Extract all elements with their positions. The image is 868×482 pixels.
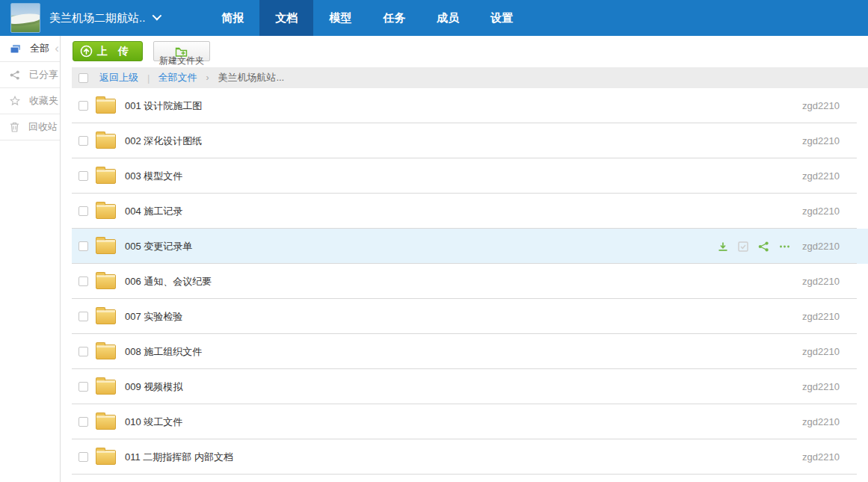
folder-name[interactable]: 005 变更记录单	[125, 240, 192, 253]
sidebar-item-label: 已分享	[29, 68, 58, 81]
row-checkbox[interactable]	[79, 136, 88, 146]
new-folder-button[interactable]: 新建文件夹	[153, 41, 210, 61]
breadcrumb-current: 美兰机场航站...	[218, 71, 284, 84]
folder-name[interactable]: 008 施工组织文件	[125, 345, 202, 359]
folder-icon	[96, 274, 116, 289]
folder-name[interactable]: 003 模型文件	[125, 170, 182, 183]
row-checkbox[interactable]	[79, 417, 88, 427]
share-icon	[10, 70, 25, 80]
all-files-link[interactable]: 全部文件	[158, 71, 197, 84]
folder-name[interactable]: 001 设计院施工图	[125, 99, 202, 113]
sidebar-item-label: 全部	[30, 42, 49, 55]
share-icon[interactable]	[758, 241, 769, 252]
project-switcher[interactable]: 美兰机场二期航站..	[49, 0, 159, 36]
row-checkbox[interactable]	[79, 382, 88, 392]
row-checkbox[interactable]	[79, 171, 88, 181]
row-checkbox[interactable]	[79, 452, 88, 462]
row-checkbox[interactable]	[79, 241, 88, 251]
file-row[interactable]: 003 模型文件 zgd2210	[72, 158, 868, 194]
toolbar: 上 传 新建文件夹	[61, 36, 868, 67]
tab-members[interactable]: 成员	[421, 0, 475, 36]
back-to-parent-link[interactable]: 返回上级	[99, 71, 138, 84]
project-logo	[10, 3, 40, 33]
file-row[interactable]: 002 深化设计图纸 zgd2210	[72, 123, 868, 158]
folder-icon	[96, 380, 116, 395]
row-owner: zgd2210	[802, 276, 840, 287]
folder-icon	[96, 204, 116, 219]
more-icon[interactable]	[779, 241, 790, 252]
select-all-checkbox[interactable]	[79, 73, 88, 83]
folder-icon	[96, 450, 116, 465]
row-owner: zgd2210	[802, 135, 840, 146]
file-row[interactable]: 004 施工记录 zgd2210	[72, 194, 868, 229]
sidebar-item-recycle[interactable]: 回收站	[0, 114, 60, 140]
row-checkbox[interactable]	[79, 312, 88, 321]
tab-briefing[interactable]: 简报	[206, 0, 259, 36]
folder-icon	[96, 169, 116, 184]
tab-documents[interactable]: 文档	[259, 0, 313, 36]
file-row[interactable]: 009 视频模拟 zgd2210	[72, 369, 868, 404]
sidebar-item-shared[interactable]: 已分享	[0, 62, 60, 88]
row-owner: zgd2210	[802, 381, 840, 392]
file-row[interactable]: 005 变更记录单	[72, 229, 868, 264]
folder-name[interactable]: 002 深化设计图纸	[125, 135, 202, 148]
file-list: 001 设计院施工图 zgd2210 002 深化设计图纸 zgd2210 00…	[72, 88, 868, 475]
row-owner: zgd2210	[802, 100, 840, 111]
new-folder-button-label: 新建文件夹	[154, 55, 209, 67]
file-row[interactable]: 011 二期指挥部 内部文档 zgd2210	[72, 439, 868, 475]
row-checkbox[interactable]	[79, 101, 88, 111]
breadcrumb: 返回上级 | 全部文件 › 美兰机场航站...	[72, 67, 868, 88]
folder-icon	[96, 239, 116, 254]
sidebar-item-label: 回收站	[28, 120, 58, 134]
row-checkbox[interactable]	[79, 276, 88, 286]
chevron-down-icon	[153, 10, 162, 20]
content-area: 上 传 新建文件夹 返回上级 | 全部文件 › 美兰机场航站... 001 设计…	[61, 36, 868, 482]
top-navigation-bar: 美兰机场二期航站.. 简报文档模型任务成员设置	[0, 0, 868, 36]
file-row[interactable]: 006 通知、会议纪要 zgd2210	[72, 264, 868, 299]
breadcrumb-chevron: ›	[206, 72, 209, 83]
row-actions	[708, 241, 790, 252]
file-row[interactable]: 008 施工组织文件 zgd2210	[72, 334, 868, 369]
sidebar: ‹ 全部已分享收藏夹回收站	[0, 36, 61, 482]
trash-icon	[10, 122, 24, 132]
upload-button-label: 上 传	[97, 45, 132, 58]
row-checkbox[interactable]	[79, 206, 88, 216]
folder-name[interactable]: 004 施工记录	[125, 205, 182, 218]
checklist-icon[interactable]	[738, 241, 748, 252]
row-owner: zgd2210	[802, 170, 840, 182]
row-owner: zgd2210	[802, 451, 840, 463]
star-icon	[10, 96, 25, 106]
row-owner: zgd2210	[802, 416, 840, 427]
folder-name[interactable]: 007 实验检验	[125, 310, 182, 324]
sidebar-item-label: 收藏夹	[29, 94, 58, 108]
folder-name[interactable]: 011 二期指挥部 内部文档	[125, 451, 233, 464]
download-icon[interactable]	[718, 241, 728, 252]
file-row[interactable]: 010 竣工文件 zgd2210	[72, 404, 868, 439]
sidebar-item-all[interactable]: 全部	[0, 36, 60, 62]
file-row[interactable]: 001 设计院施工图 zgd2210	[72, 88, 868, 123]
collapse-sidebar-icon[interactable]: ‹	[55, 42, 59, 55]
folder-icon	[96, 344, 116, 359]
folder-name[interactable]: 006 通知、会议纪要	[125, 275, 212, 288]
tab-models[interactable]: 模型	[313, 0, 367, 36]
folder-icon	[96, 309, 116, 324]
stacked-folders-icon	[10, 44, 25, 54]
folder-icon	[96, 134, 116, 149]
row-owner: zgd2210	[802, 241, 840, 252]
folder-icon	[96, 99, 116, 114]
row-owner: zgd2210	[802, 206, 840, 217]
breadcrumb-separator: |	[147, 72, 150, 84]
folder-name[interactable]: 010 竣工文件	[125, 415, 182, 429]
project-title: 美兰机场二期航站..	[49, 11, 145, 25]
tab-tasks[interactable]: 任务	[367, 0, 421, 36]
upload-cloud-icon	[80, 45, 93, 58]
sidebar-item-favorites[interactable]: 收藏夹	[0, 88, 60, 114]
nav-tabs: 简报文档模型任务成员设置	[206, 0, 529, 36]
row-owner: zgd2210	[802, 346, 840, 357]
upload-button[interactable]: 上 传	[73, 41, 143, 61]
file-row[interactable]: 007 实验检验 zgd2210	[72, 299, 868, 334]
row-checkbox[interactable]	[79, 347, 88, 356]
row-owner: zgd2210	[802, 311, 840, 322]
folder-name[interactable]: 009 视频模拟	[125, 380, 182, 394]
tab-settings[interactable]: 设置	[475, 0, 529, 36]
